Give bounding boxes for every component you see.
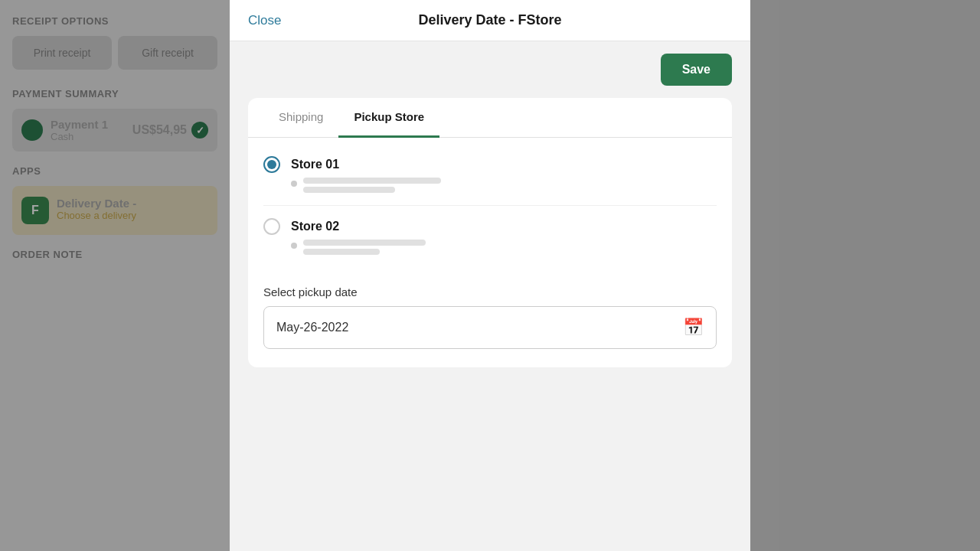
modal-body: Save Shipping Pickup Store Store 01: [230, 41, 750, 551]
tab-shipping[interactable]: Shipping: [263, 98, 338, 138]
tab-pickup-store[interactable]: Pickup Store: [338, 98, 439, 138]
store-01-label: Store 01: [291, 158, 339, 171]
calendar-icon: 📅: [683, 318, 704, 337]
date-input[interactable]: May-26-2022 📅: [263, 306, 717, 349]
sub-dot-1: [291, 181, 297, 187]
modal-header: Close Delivery Date - FStore: [230, 0, 750, 41]
modal: Close Delivery Date - FStore Save Shippi…: [230, 0, 750, 551]
store-01-radio[interactable]: [263, 156, 280, 173]
modal-title: Delivery Date - FStore: [418, 12, 561, 28]
store-02-row: Store 02: [263, 218, 717, 235]
date-value: May-26-2022: [276, 321, 348, 334]
date-section: Select pickup date May-26-2022 📅: [248, 273, 732, 367]
store-01-row: Store 01: [263, 156, 717, 173]
date-section-label: Select pickup date: [263, 285, 717, 298]
inner-card: Shipping Pickup Store Store 01: [248, 98, 732, 367]
store-02-radio[interactable]: [263, 218, 280, 235]
store-options: Store 01 Store 02: [248, 138, 732, 273]
sub-line-2a: [303, 240, 426, 246]
sub-dot-2: [291, 243, 297, 249]
sub-line-1a: [303, 178, 441, 184]
tabs-bar: Shipping Pickup Store: [248, 98, 732, 138]
store-02-label: Store 02: [291, 220, 339, 233]
sub-lines-2: [303, 240, 426, 255]
sub-line-1b: [303, 187, 395, 193]
store-02-item[interactable]: Store 02: [263, 206, 717, 267]
close-button[interactable]: Close: [248, 13, 281, 28]
sub-line-2b: [303, 249, 380, 255]
store-01-subinfo: [291, 178, 717, 193]
save-button[interactable]: Save: [661, 54, 732, 86]
store-01-item[interactable]: Store 01: [263, 144, 717, 206]
store-02-subinfo: [291, 240, 717, 255]
sub-lines-1: [303, 178, 441, 193]
save-area: Save: [248, 54, 732, 86]
